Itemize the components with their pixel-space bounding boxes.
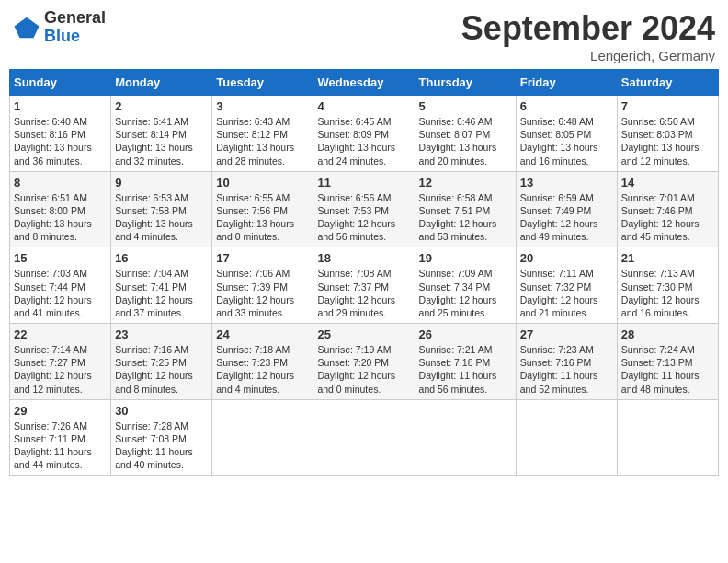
sunset: Sunset: 7:53 PM [317,205,389,216]
daylight: Daylight: 13 hours and 8 minutes. [14,218,92,242]
header-day-thursday: Thursday [415,70,516,96]
sunset: Sunset: 7:49 PM [520,205,592,216]
daylight: Daylight: 13 hours and 24 minutes. [317,142,395,166]
day-number: 11 [317,176,410,190]
day-info: Sunrise: 6:51 AMSunset: 8:00 PMDaylight:… [14,191,107,244]
day-info: Sunrise: 7:19 AMSunset: 7:20 PMDaylight:… [317,343,410,396]
sunrise: Sunrise: 7:14 AM [14,344,87,355]
calendar-cell [313,399,415,476]
calendar-cell: 1Sunrise: 6:40 AMSunset: 8:16 PMDaylight… [10,96,111,172]
header-day-wednesday: Wednesday [313,70,415,96]
daylight: Daylight: 13 hours and 36 minutes. [14,142,92,166]
calendar-cell: 2Sunrise: 6:41 AMSunset: 8:14 PMDaylight… [111,96,212,172]
sunset: Sunset: 8:05 PM [520,129,592,140]
day-number: 14 [621,176,714,190]
day-info: Sunrise: 6:55 AMSunset: 7:56 PMDaylight:… [216,191,309,244]
day-info: Sunrise: 7:09 AMSunset: 7:34 PMDaylight:… [419,267,512,319]
calendar-cell: 8Sunrise: 6:51 AMSunset: 8:00 PMDaylight… [10,171,111,247]
day-number: 3 [216,99,309,113]
calendar-cell: 26Sunrise: 7:21 AMSunset: 7:18 PMDayligh… [415,324,516,400]
daylight: Daylight: 13 hours and 16 minutes. [520,142,598,166]
day-number: 27 [520,327,613,341]
sunset: Sunset: 7:44 PM [14,282,85,293]
day-number: 19 [419,251,512,265]
calendar-cell: 14Sunrise: 7:01 AMSunset: 7:46 PMDayligh… [617,171,718,247]
day-number: 17 [216,251,309,265]
day-info: Sunrise: 6:41 AMSunset: 8:14 PMDaylight:… [115,115,208,167]
day-info: Sunrise: 7:14 AMSunset: 7:27 PMDaylight:… [14,343,107,396]
day-info: Sunrise: 6:56 AMSunset: 7:53 PMDaylight:… [317,191,410,244]
sunrise: Sunrise: 6:41 AM [115,116,188,127]
sunrise: Sunrise: 7:09 AM [419,268,493,279]
day-info: Sunrise: 6:48 AMSunset: 8:05 PMDaylight:… [520,115,613,167]
calendar-cell [212,399,313,476]
calendar-cell: 18Sunrise: 7:08 AMSunset: 7:37 PMDayligh… [313,247,415,324]
sunrise: Sunrise: 7:26 AM [14,420,87,431]
calendar-cell: 30Sunrise: 7:28 AMSunset: 7:08 PMDayligh… [111,399,212,476]
calendar-cell: 24Sunrise: 7:18 AMSunset: 7:23 PMDayligh… [212,324,313,400]
sunrise: Sunrise: 6:53 AM [115,192,188,203]
sunset: Sunset: 7:16 PM [520,357,592,368]
calendar-cell: 19Sunrise: 7:09 AMSunset: 7:34 PMDayligh… [415,247,516,324]
day-info: Sunrise: 6:59 AMSunset: 7:49 PMDaylight:… [520,191,613,244]
day-number: 9 [115,176,208,190]
header-day-sunday: Sunday [10,70,111,96]
day-number: 16 [115,251,208,265]
daylight: Daylight: 12 hours and 45 minutes. [621,218,700,242]
page-header: General Blue September 2024 Lengerich, G… [9,9,719,63]
day-number: 28 [621,327,714,341]
sunset: Sunset: 8:00 PM [14,205,85,216]
calendar-cell: 11Sunrise: 6:56 AMSunset: 7:53 PMDayligh… [313,171,415,247]
sunrise: Sunrise: 7:21 AM [419,344,493,355]
sunrise: Sunrise: 6:55 AM [216,192,290,203]
calendar-week-4: 22Sunrise: 7:14 AMSunset: 7:27 PMDayligh… [10,324,719,400]
sunset: Sunset: 7:18 PM [419,357,491,368]
svg-marker-0 [15,17,40,39]
calendar-cell: 15Sunrise: 7:03 AMSunset: 7:44 PMDayligh… [10,247,111,324]
sunset: Sunset: 7:20 PM [317,357,389,368]
day-number: 7 [621,99,714,113]
day-number: 6 [520,99,613,113]
daylight: Daylight: 12 hours and 8 minutes. [115,370,193,394]
calendar-cell: 28Sunrise: 7:24 AMSunset: 7:13 PMDayligh… [617,324,718,400]
daylight: Daylight: 11 hours and 40 minutes. [115,446,193,470]
daylight: Daylight: 12 hours and 33 minutes. [216,294,294,318]
sunrise: Sunrise: 6:50 AM [621,116,695,127]
sunset: Sunset: 7:27 PM [14,357,85,368]
day-info: Sunrise: 7:24 AMSunset: 7:13 PMDaylight:… [621,343,714,396]
day-info: Sunrise: 7:11 AMSunset: 7:32 PMDaylight:… [520,267,613,319]
sunrise: Sunrise: 6:48 AM [520,116,594,127]
day-number: 22 [14,327,107,341]
day-number: 15 [14,251,107,265]
calendar-cell: 5Sunrise: 6:46 AMSunset: 8:07 PMDaylight… [415,96,516,172]
daylight: Daylight: 13 hours and 20 minutes. [419,142,497,166]
sunset: Sunset: 7:41 PM [115,282,187,293]
day-number: 13 [520,176,613,190]
calendar-cell [516,399,617,476]
daylight: Daylight: 12 hours and 4 minutes. [216,370,294,394]
sunrise: Sunrise: 7:19 AM [317,344,391,355]
sunset: Sunset: 7:32 PM [520,282,592,293]
sunrise: Sunrise: 6:59 AM [520,192,594,203]
calendar-cell: 3Sunrise: 6:43 AMSunset: 8:12 PMDaylight… [212,96,313,172]
day-number: 8 [14,176,107,190]
daylight: Daylight: 11 hours and 52 minutes. [520,370,598,394]
sunset: Sunset: 7:30 PM [621,282,693,293]
day-number: 30 [115,404,208,418]
calendar-cell: 6Sunrise: 6:48 AMSunset: 8:05 PMDaylight… [516,96,617,172]
calendar-cell [617,399,718,476]
logo-icon [13,14,40,41]
day-number: 29 [14,404,107,418]
daylight: Daylight: 13 hours and 4 minutes. [115,218,193,242]
header-row: SundayMondayTuesdayWednesdayThursdayFrid… [10,70,719,96]
calendar-cell: 16Sunrise: 7:04 AMSunset: 7:41 PMDayligh… [111,247,212,324]
calendar-cell: 21Sunrise: 7:13 AMSunset: 7:30 PMDayligh… [617,247,718,324]
day-info: Sunrise: 6:53 AMSunset: 7:58 PMDaylight:… [115,191,208,244]
day-info: Sunrise: 6:46 AMSunset: 8:07 PMDaylight:… [419,115,512,167]
sunset: Sunset: 7:37 PM [317,282,389,293]
day-info: Sunrise: 6:45 AMSunset: 8:09 PMDaylight:… [317,115,410,167]
calendar-header: SundayMondayTuesdayWednesdayThursdayFrid… [10,70,719,96]
sunrise: Sunrise: 6:51 AM [14,192,87,203]
day-number: 25 [317,327,410,341]
daylight: Daylight: 12 hours and 49 minutes. [520,218,598,242]
